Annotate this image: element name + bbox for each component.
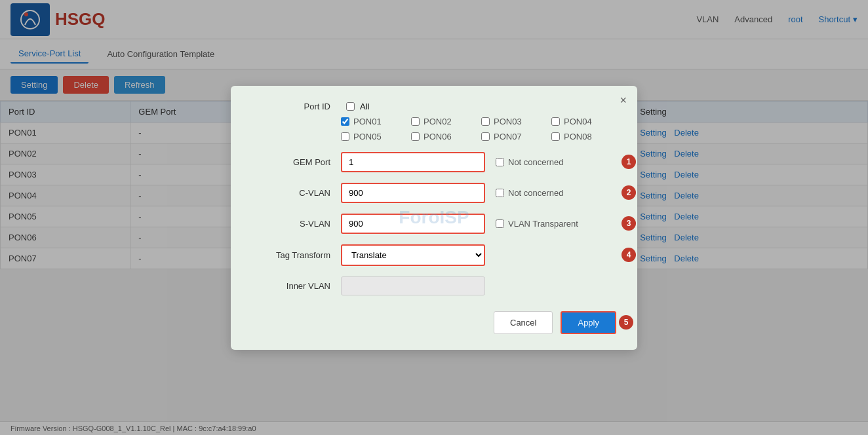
svlan-label: S-VLAN	[252, 219, 330, 229]
gem-port-label: GEM Port	[252, 157, 330, 167]
port-checkbox-PON01[interactable]	[341, 117, 349, 126]
port-checkbox-PON08[interactable]	[551, 132, 560, 141]
port-checkbox-PON02[interactable]	[411, 117, 420, 126]
port-label-PON02: PON02	[424, 117, 452, 126]
port-label-PON06: PON06	[424, 132, 452, 142]
cvlan-row: C-VLAN Not concerned 2	[252, 183, 616, 203]
tag-transform-row: Tag Transform Translate Add Remove Repla…	[252, 244, 616, 266]
svlan-transparent: VLAN Transparent	[496, 219, 578, 229]
svlan-row: S-VLAN VLAN Transparent 3	[252, 214, 616, 234]
port-label-PON08: PON08	[564, 132, 592, 142]
port-id-header: Port ID All	[252, 102, 616, 111]
tag-transform-label: Tag Transform	[252, 250, 330, 260]
port-checkbox-PON04[interactable]	[551, 117, 560, 126]
port-label-PON01: PON01	[353, 117, 382, 126]
port-checkbox-PON03[interactable]	[481, 117, 490, 126]
port-item: PON02	[411, 117, 476, 126]
port-id-section: Port ID All PON01PON02PON03PON04PON05PON…	[252, 102, 616, 142]
svlan-input[interactable]	[341, 214, 485, 234]
port-checkbox-PON06[interactable]	[411, 132, 420, 141]
tag-transform-select[interactable]: Translate Add Remove Replace	[341, 244, 485, 266]
port-item: PON05	[341, 132, 406, 142]
modal-close-button[interactable]: ×	[620, 94, 627, 107]
all-label: All	[360, 102, 369, 111]
port-label-PON05: PON05	[353, 132, 382, 142]
port-label-PON07: PON07	[494, 132, 522, 142]
gem-port-row: GEM Port Not concerned 1	[252, 152, 616, 172]
port-item: PON04	[551, 117, 616, 126]
step-2-badge: 2	[621, 185, 636, 200]
port-label-PON04: PON04	[564, 117, 592, 126]
port-grid: PON01PON02PON03PON04PON05PON06PON07PON08	[341, 117, 616, 142]
step-3-badge: 3	[621, 216, 636, 231]
port-item: PON03	[481, 117, 546, 126]
svlan-checkbox[interactable]	[496, 219, 504, 228]
cvlan-checkbox[interactable]	[496, 189, 504, 197]
modal-dialog: × Port ID All PON01PON02PON03PON04PON05P…	[231, 86, 637, 270]
port-id-label: Port ID	[252, 102, 330, 111]
port-item: PON07	[481, 132, 546, 142]
port-checkbox-PON07[interactable]	[481, 132, 490, 141]
step-4-badge: 4	[621, 248, 636, 262]
gem-port-input[interactable]	[341, 152, 485, 172]
cvlan-label: C-VLAN	[252, 188, 330, 198]
all-checkbox[interactable]	[346, 102, 355, 111]
port-item: PON01	[341, 117, 406, 126]
gem-port-not-concerned: Not concerned	[496, 157, 564, 167]
port-label-PON03: PON03	[494, 117, 522, 126]
cvlan-input[interactable]	[341, 183, 485, 203]
step-1-badge: 1	[621, 155, 636, 169]
cvlan-not-concerned: Not concerned	[496, 188, 564, 198]
port-item: PON06	[411, 132, 476, 142]
port-item: PON08	[551, 132, 616, 142]
gem-port-checkbox[interactable]	[496, 158, 504, 166]
port-checkbox-PON05[interactable]	[341, 132, 349, 141]
modal-overlay: × Port ID All PON01PON02PON03PON04PON05P…	[0, 0, 868, 269]
